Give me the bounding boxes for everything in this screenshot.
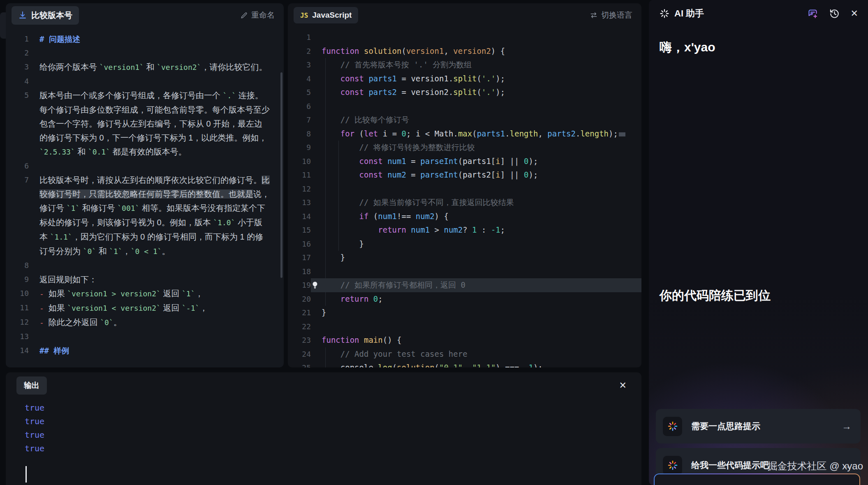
output-line: true <box>25 428 641 442</box>
problem-content[interactable]: 1# 问题描述23给你两个版本号 `version1` 和 `version2`… <box>6 27 284 367</box>
code-token: num2 <box>444 225 463 234</box>
problem-line-text: - 除此之外返回 `0`。 <box>39 315 270 330</box>
code-token: ); <box>495 88 505 97</box>
code-line-text: // Add your test cases here <box>322 347 641 361</box>
code-line-text: // 比较每个修订号 <box>322 113 641 127</box>
code-line-text: const num1 = parseInt(parts1[i] || 0); <box>322 155 641 169</box>
code-token: ); <box>528 157 538 166</box>
code-token: const <box>340 74 369 83</box>
line-number: 24 <box>288 347 311 361</box>
output-console[interactable]: truetruetruetrue <box>6 399 641 483</box>
line-number: 10 <box>288 155 311 169</box>
code-token: i <box>495 170 500 179</box>
code-line: 19 // 如果所有修订号都相同，返回 0 <box>288 278 641 292</box>
ai-header: AI 助手 <box>649 0 868 27</box>
code-token: max <box>458 129 472 138</box>
code-token: ( <box>392 363 397 367</box>
problem-line: 14## 样例 <box>6 344 284 358</box>
output-tab[interactable]: 输出 <box>16 376 47 395</box>
line-number: 5 <box>288 85 311 99</box>
code-token: ] <box>500 170 510 179</box>
suggestion-card[interactable]: 需要一点思路提示 → <box>656 409 861 443</box>
code-token: function <box>322 335 364 344</box>
code-token: num2 <box>387 170 406 179</box>
problem-title: 比较版本号 <box>31 10 72 21</box>
code-token: // 如果所有修订号都相同，返回 0 <box>322 280 465 289</box>
ai-close-icon[interactable]: ✕ <box>851 9 858 18</box>
language-tab[interactable]: JS JavaScript <box>294 7 358 23</box>
language-tab-label: JavaScript <box>312 11 352 20</box>
code-token: // 比较每个修订号 <box>322 115 409 124</box>
code-line-text: function solution(version1, version2) { <box>322 44 641 58</box>
text-segment: 和 <box>96 247 109 256</box>
problem-line: 6 <box>6 159 284 173</box>
output-cursor <box>25 466 27 483</box>
code-token: 0 <box>402 129 406 138</box>
rename-button[interactable]: 重命名 <box>240 10 275 21</box>
collapsed-sidebar-tab[interactable] <box>0 12 6 39</box>
code-line-text: const parts2 = version2.split('.'); <box>322 85 641 99</box>
line-number: 8 <box>288 127 311 141</box>
code-line-text <box>322 30 641 44</box>
text-segment: `version1` <box>100 63 144 72</box>
line-number: 10 <box>6 286 29 301</box>
line-number: 9 <box>6 273 29 286</box>
code-token <box>322 157 359 166</box>
problem-panel: 比较版本号 重命名 1# 问题描述23给你两个版本号 `version1` 和 … <box>6 3 284 367</box>
output-close-icon[interactable]: ✕ <box>619 381 627 390</box>
code-line: 8 for (let i = 0; i < Math.max(parts1.le… <box>288 127 641 141</box>
code-token: = <box>397 74 411 83</box>
ai-title: AI 助手 <box>674 7 704 20</box>
code-token: parts2 <box>463 170 491 179</box>
code-token <box>619 132 625 136</box>
code-token: ( <box>477 74 481 83</box>
code-line: 20 return 0; <box>288 292 641 306</box>
text-segment: `1.0` <box>213 218 235 227</box>
app-root: 比较版本号 重命名 1# 问题描述23给你两个版本号 `version1` 和 … <box>0 0 868 485</box>
history-icon[interactable] <box>829 8 840 19</box>
code-token: < <box>420 129 434 138</box>
code-line-text <box>322 320 641 334</box>
code-token: ); <box>495 74 505 83</box>
new-chat-icon[interactable] <box>807 8 818 19</box>
problem-line-text <box>39 74 270 88</box>
output-line: true <box>25 415 641 428</box>
code-line: 6 <box>288 99 641 113</box>
code-token <box>322 129 340 138</box>
output-lines: truetruetruetrue <box>25 401 641 455</box>
code-token: [ <box>491 170 495 179</box>
problem-scrollbar[interactable] <box>280 72 282 278</box>
text-segment: `1` <box>67 204 80 212</box>
code-line: 14 if (num1!== num2) { <box>288 210 641 224</box>
rename-label: 重命名 <box>251 10 275 21</box>
problem-line: 12- 除此之外返回 `0`。 <box>6 315 284 330</box>
switch-language-button[interactable]: 切换语言 <box>590 10 632 21</box>
code-line: 2function solution(version1, version2) { <box>288 44 641 58</box>
code-editor[interactable]: 12function solution(version1, version2) … <box>288 27 641 367</box>
switch-language-label: 切换语言 <box>601 10 632 21</box>
line-number: 19 <box>288 278 311 292</box>
code-token: return <box>340 294 373 303</box>
problem-line-text: # 问题描述 <box>39 32 270 46</box>
code-token: ] <box>500 157 510 166</box>
code-token: num1 <box>378 212 397 221</box>
code-token: !== <box>397 212 416 221</box>
output-line: true <box>25 401 641 415</box>
problem-panel-header: 比较版本号 重命名 <box>6 3 284 27</box>
text-segment: `1.1` <box>50 233 72 241</box>
code-line: 13 // 如果当前修订号不同，直接返回比较结果 <box>288 196 641 210</box>
code-token: version1 <box>406 46 444 55</box>
ai-question-input[interactable] <box>655 474 859 485</box>
text-segment: # 问题描述 <box>39 35 80 44</box>
line-number: 12 <box>288 182 311 196</box>
code-line: 5 const parts2 = version2.split('.'); <box>288 85 641 99</box>
code-line-text: } <box>322 306 641 320</box>
text-segment: ## 样例 <box>39 346 69 355</box>
code-token: : <box>477 225 491 234</box>
code-token: parts1 <box>368 74 397 83</box>
code-token: -1 <box>491 225 500 234</box>
code-line-text: return 0; <box>322 292 641 306</box>
problem-title-tab[interactable]: 比较版本号 <box>12 6 79 25</box>
text-segment: 。 <box>113 318 122 327</box>
line-number: 1 <box>6 32 29 46</box>
